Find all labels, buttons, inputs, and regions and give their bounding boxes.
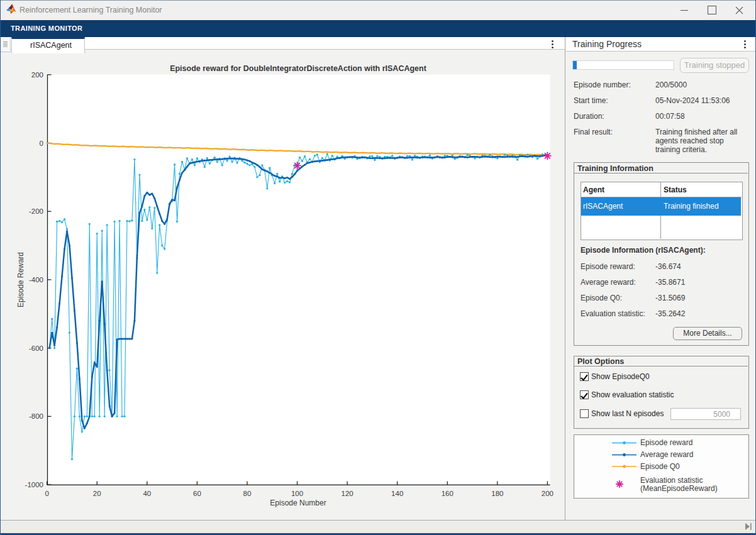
svg-text:0: 0 <box>40 140 43 147</box>
svg-text:Episode reward for DoubleInteg: Episode reward for DoubleIntegratorDiscr… <box>170 64 427 73</box>
svg-text:0: 0 <box>45 490 48 497</box>
svg-text:Episode Number: Episode Number <box>270 499 326 507</box>
svg-text:140: 140 <box>391 490 403 497</box>
svg-text:-800: -800 <box>29 412 43 420</box>
svg-text:-400: -400 <box>29 276 43 284</box>
svg-text:100: 100 <box>291 490 303 497</box>
svg-text:160: 160 <box>442 490 453 497</box>
svg-text:80: 80 <box>243 490 252 497</box>
svg-text:40: 40 <box>143 490 151 497</box>
svg-text:-200: -200 <box>29 207 43 215</box>
svg-text:200: 200 <box>31 71 43 79</box>
svg-text:20: 20 <box>93 490 101 497</box>
svg-text:Episode Reward: Episode Reward <box>16 252 25 307</box>
svg-text:-1000: -1000 <box>25 481 43 488</box>
svg-text:60: 60 <box>193 490 201 497</box>
svg-text:200: 200 <box>542 490 553 497</box>
svg-text:-600: -600 <box>29 345 43 352</box>
svg-text:180: 180 <box>491 490 503 497</box>
svg-text:120: 120 <box>342 490 353 497</box>
